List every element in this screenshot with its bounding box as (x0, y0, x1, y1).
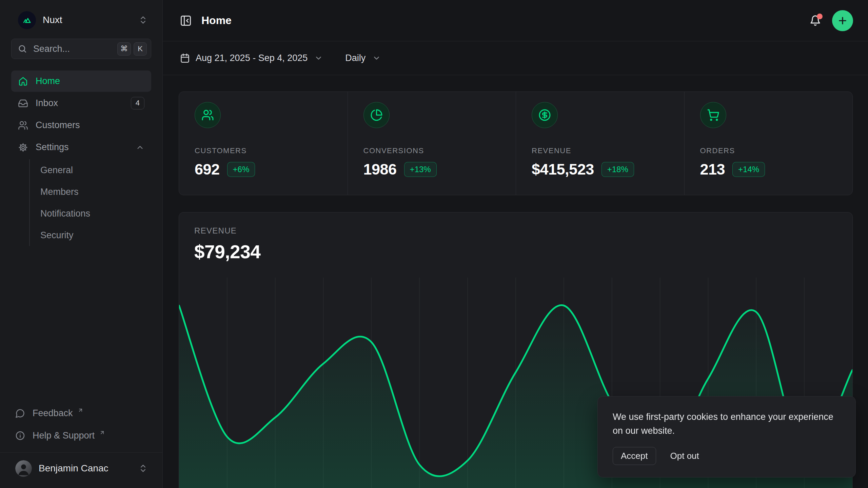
revenue-chart-value: $79,234 (194, 241, 837, 263)
add-button[interactable] (832, 10, 853, 31)
workspace-name: Nuxt (43, 15, 62, 25)
calendar-icon (180, 53, 190, 63)
settings-subnav: General Members Notifications Security (29, 159, 151, 246)
sidebar-item-settings[interactable]: Settings (11, 137, 151, 158)
feedback-link[interactable]: Feedback (11, 404, 151, 423)
search-input[interactable]: Search... ⌘ K (11, 39, 151, 59)
feedback-label: Feedback (33, 408, 73, 419)
sidebar-item-label: Home (36, 76, 60, 86)
stat-delta-badge: +18% (601, 162, 634, 177)
panel-left-close-icon (180, 15, 192, 27)
cmd-key: ⌘ (117, 42, 131, 56)
external-link-icon (99, 430, 105, 435)
stat-value: $415,523 (532, 161, 594, 178)
circle-dollar-icon (532, 102, 558, 128)
stat-delta-badge: +14% (732, 162, 765, 177)
sidebar-item-label: Customers (36, 120, 80, 130)
cookie-banner: We use first-party cookies to enhance yo… (597, 396, 856, 477)
stat-value: 213 (700, 161, 725, 178)
stat-label: REVENUE (532, 146, 669, 155)
stat-value: 692 (195, 161, 220, 178)
chevrons-up-down-icon (138, 464, 148, 473)
stat-customers: CUSTOMERS 692 +6% (179, 92, 348, 195)
filters-toolbar: Aug 21, 2025 - Sep 4, 2025 Daily (163, 41, 868, 75)
sidebar-item-members[interactable]: Members (30, 181, 151, 203)
shopping-cart-icon (700, 102, 726, 128)
chevron-down-icon (372, 54, 381, 62)
accept-cookies-button[interactable]: Accept (613, 447, 656, 465)
sidebar-item-notifications[interactable]: Notifications (30, 203, 151, 224)
sidebar: Nuxt Search... ⌘ K Home Inbox (0, 0, 163, 488)
user-menu[interactable]: Benjamin Canac (11, 457, 151, 480)
cookie-message: We use first-party cookies to enhance yo… (613, 410, 841, 438)
chevron-up-icon (136, 143, 144, 152)
sidebar-item-home[interactable]: Home (11, 70, 151, 92)
sidebar-item-label: Settings (36, 142, 69, 152)
page-title: Home (201, 14, 232, 27)
stat-orders: ORDERS 213 +14% (684, 92, 853, 195)
notification-dot (817, 14, 823, 19)
avatar (15, 460, 32, 477)
stat-revenue: REVENUE $415,523 +18% (516, 92, 684, 195)
search-placeholder: Search... (33, 44, 70, 54)
sidebar-divider (0, 452, 162, 453)
users-icon (18, 120, 28, 130)
stat-label: ORDERS (700, 146, 837, 155)
sidebar-item-general[interactable]: General (30, 159, 151, 181)
pie-chart-icon (363, 102, 390, 128)
sidebar-item-security[interactable]: Security (30, 224, 151, 246)
notifications-button[interactable] (809, 15, 821, 26)
stat-label: CONVERSIONS (363, 146, 500, 155)
message-bubble-icon (15, 408, 25, 418)
chevron-down-icon (314, 54, 323, 62)
user-name: Benjamin Canac (39, 463, 108, 474)
users-icon (195, 102, 221, 128)
k-key: K (134, 42, 147, 56)
search-icon (18, 44, 27, 54)
stat-delta-badge: +13% (404, 162, 437, 177)
external-link-icon (78, 407, 83, 413)
date-range-picker[interactable]: Aug 21, 2025 - Sep 4, 2025 (180, 53, 323, 63)
inbox-count-badge: 4 (131, 97, 144, 109)
search-shortcut: ⌘ K (117, 42, 147, 56)
stat-value: 1986 (363, 161, 397, 178)
sidebar-nav: Home Inbox 4 Customers Settings Ge (11, 70, 151, 246)
gear-icon (18, 142, 28, 152)
home-icon (18, 76, 28, 86)
stat-delta-badge: +6% (227, 162, 255, 177)
granularity-select[interactable]: Daily (345, 53, 381, 63)
top-header: Home (163, 0, 868, 41)
stat-label: CUSTOMERS (195, 146, 332, 155)
stat-conversions: CONVERSIONS 1986 +13% (348, 92, 516, 195)
sidebar-item-label: Inbox (36, 98, 58, 108)
date-range-value: Aug 21, 2025 - Sep 4, 2025 (196, 53, 308, 63)
nuxt-logo-icon (18, 11, 36, 29)
workspace-switcher[interactable]: Nuxt (11, 9, 151, 31)
plus-icon (837, 15, 848, 26)
help-support-link[interactable]: Help & Support (11, 426, 151, 445)
chevrons-up-down-icon (138, 15, 148, 25)
collapse-sidebar-button[interactable] (180, 15, 192, 27)
info-circle-icon (15, 431, 25, 441)
help-support-label: Help & Support (33, 430, 95, 441)
revenue-chart-label: REVENUE (194, 226, 837, 236)
stats-row: CUSTOMERS 692 +6% CONVERSIONS 1986 +13% (179, 92, 853, 195)
sidebar-item-inbox[interactable]: Inbox 4 (11, 93, 151, 114)
sidebar-item-customers[interactable]: Customers (11, 115, 151, 136)
optout-cookies-button[interactable]: Opt out (670, 451, 699, 461)
granularity-value: Daily (345, 53, 366, 63)
inbox-icon (18, 98, 28, 108)
